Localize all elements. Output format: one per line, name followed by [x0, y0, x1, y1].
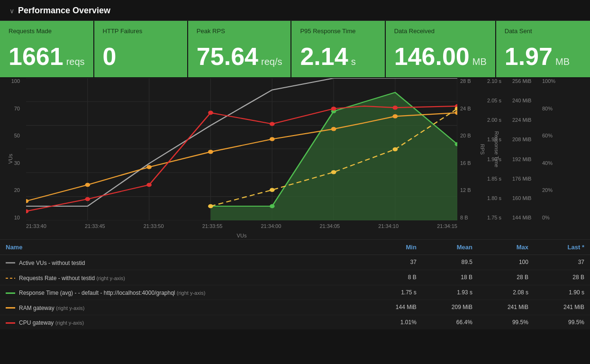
metric-value-http-failures: 0: [103, 44, 179, 69]
x-tick: 21:33:50: [144, 223, 164, 229]
legend-mean: 66.4%: [422, 315, 478, 329]
legend-mean: 1.93 s: [422, 285, 478, 300]
mem-tick: 144 MiB: [512, 215, 531, 220]
header: ∨ Performance Overview: [0, 0, 590, 21]
svg-point-18: [26, 199, 28, 203]
mem-axis: 256 MiB240 MiB224 MiB208 MiB192 MiB176 M…: [509, 78, 540, 220]
metric-value-data-received: 146.00 MB: [394, 44, 487, 69]
metric-card-data-sent: Data Sent 1.97 MB: [496, 21, 590, 77]
x-tick: 21:34:15: [437, 223, 457, 229]
legend-header: Name Min Mean Max Last *: [0, 240, 590, 255]
legend-min: 144 MiB: [366, 300, 422, 315]
pct-axis: 100%80%60%40%20%0%: [540, 78, 562, 220]
x-tick: 21:33:45: [85, 223, 105, 229]
pct-tick: 20%: [542, 187, 553, 193]
metric-card-p95-response-time: P95 Response Time 2.14 s: [291, 21, 385, 77]
svg-point-36: [331, 170, 336, 174]
legend-min: 1.75 s: [366, 285, 422, 300]
pct-tick: 60%: [542, 133, 553, 138]
mem-tick: 256 MiB: [512, 78, 531, 84]
col-max: Max: [478, 240, 534, 255]
response-tick: 1.85 s: [487, 176, 501, 182]
response-tick: 1.80 s: [487, 195, 501, 201]
mem-tick: 240 MiB: [512, 98, 531, 103]
svg-point-34: [208, 204, 213, 209]
x-tick: 21:33:55: [202, 223, 223, 229]
metric-card-requests-made: Requests Made 1661 reqs: [0, 21, 94, 77]
legend-mean: 18 B: [422, 270, 478, 285]
col-min: Min: [366, 240, 422, 255]
svg-point-31: [331, 107, 336, 111]
legend-last: 28 B: [534, 270, 590, 285]
svg-point-22: [270, 137, 275, 141]
legend-max: 241 MiB: [478, 300, 534, 315]
rps-tick: 12 B: [460, 187, 471, 193]
legend-min: 37: [366, 255, 422, 270]
rps-tick: 24 B: [460, 106, 471, 111]
legend-max: 28 B: [478, 270, 534, 285]
y-axis-left: 1007050302010: [0, 78, 24, 220]
legend-min: 8 B: [366, 270, 422, 285]
mem-tick: 208 MiB: [512, 136, 531, 142]
svg-point-37: [393, 147, 398, 152]
pct-tick: 100%: [542, 78, 555, 84]
metric-card-http-failures: HTTP Failures 0: [94, 21, 188, 77]
svg-point-21: [208, 150, 213, 154]
svg-point-19: [85, 183, 90, 187]
legend-table: Name Min Mean Max Last * Active VUs - wi…: [0, 239, 590, 329]
chart-svg: [26, 78, 457, 220]
y-tick: 30: [14, 160, 20, 166]
svg-point-30: [270, 122, 275, 126]
mem-tick: 176 MiB: [512, 176, 531, 182]
metric-label-data-sent: Data Sent: [505, 27, 581, 35]
legend-row: Active VUs - without testid 37 89.5 100 …: [0, 255, 590, 270]
metrics-row: Requests Made 1661 reqs HTTP Failures 0 …: [0, 21, 590, 78]
x-tick: 21:34:00: [261, 223, 281, 229]
rps-tick: 20 B: [460, 133, 471, 138]
metric-value-data-sent: 1.97 MB: [505, 44, 581, 69]
svg-point-27: [85, 197, 90, 201]
mem-tick: 160 MiB: [512, 195, 531, 201]
right-axes: 28 B24 B20 B16 B12 B8 BRPS 2.10 s2.05 s2…: [457, 78, 590, 220]
y-tick: 100: [11, 78, 20, 84]
rps-tick: 8 B: [460, 215, 468, 220]
metric-value-p95-response-time: 2.14 s: [300, 44, 376, 69]
collapse-icon[interactable]: ∨: [9, 7, 14, 15]
legend-row: CPU gateway (right y-axis) 1.01% 66.4% 9…: [0, 315, 590, 329]
legend-name: Requests Rate - without testid (right y-…: [0, 270, 366, 285]
rps-tick: 16 B: [460, 160, 471, 166]
response-axis-title: Response Time: [494, 131, 499, 167]
svg-point-23: [331, 127, 336, 131]
legend-last: 99.5%: [534, 315, 590, 329]
svg-point-20: [146, 165, 152, 169]
metric-label-peak-rps: Peak RPS: [197, 27, 282, 35]
page-wrapper: ∨ Performance Overview Requests Made 166…: [0, 0, 590, 329]
response-axis: 2.10 s2.05 s2.00 s1.95 s1.90 s1.85 s1.80…: [483, 78, 509, 220]
x-axis-title: VUs: [237, 233, 247, 238]
y-tick: 10: [14, 215, 20, 220]
legend-min: 1.01%: [366, 315, 422, 329]
rps-tick: 28 B: [460, 78, 471, 84]
col-mean: Mean: [422, 240, 478, 255]
legend-row: RAM gateway (right y-axis) 144 MiB 209 M…: [0, 300, 590, 315]
x-tick: 21:34:10: [378, 223, 399, 229]
metric-value-peak-rps: 75.64 req/s: [197, 44, 282, 69]
legend-mean: 209 MiB: [422, 300, 478, 315]
legend-row: Response Time (avg) - - default - http:/…: [0, 285, 590, 300]
mem-tick: 192 MiB: [512, 156, 531, 162]
svg-point-24: [393, 114, 398, 118]
col-name: Name: [0, 240, 366, 255]
pct-tick: 0%: [542, 215, 550, 220]
legend-name: Response Time (avg) - - default - http:/…: [0, 285, 366, 300]
legend-name: RAM gateway (right y-axis): [0, 300, 366, 315]
mem-tick: 224 MiB: [512, 117, 531, 123]
metric-card-data-received: Data Received 146.00 MB: [386, 21, 496, 77]
response-tick: 1.75 s: [487, 215, 501, 220]
y-tick: 70: [14, 106, 20, 111]
legend-max: 100: [478, 255, 534, 270]
chart-section: VUs 1007050302010: [0, 78, 590, 329]
svg-point-28: [146, 183, 152, 187]
svg-point-26: [26, 209, 28, 213]
metric-label-data-received: Data Received: [394, 27, 487, 35]
legend-row: Requests Rate - without testid (right y-…: [0, 270, 590, 285]
